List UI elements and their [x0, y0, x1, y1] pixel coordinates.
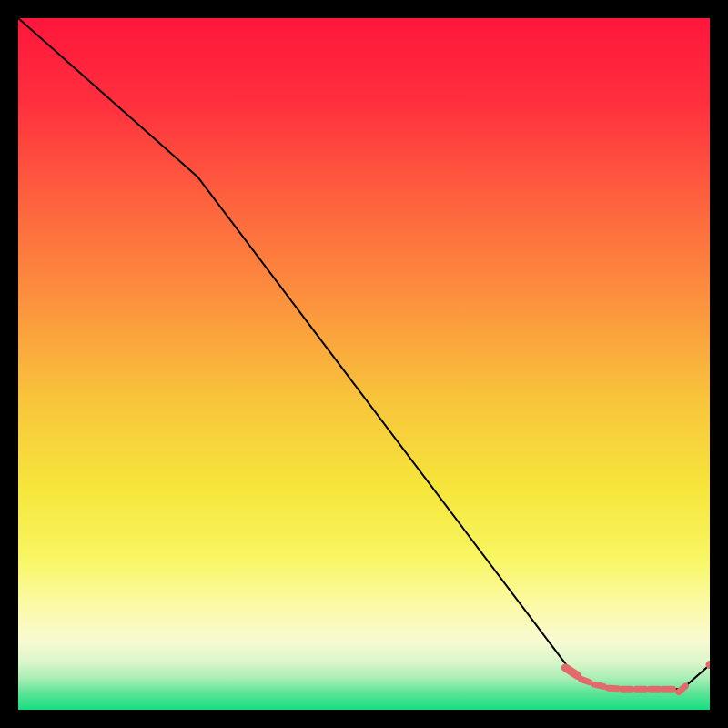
chart-marker — [595, 684, 604, 686]
gradient-background — [18, 18, 710, 710]
chart-frame: TheBottleneck.com — [18, 18, 710, 710]
chart-canvas — [18, 18, 710, 710]
chart-marker — [679, 686, 686, 693]
chart-marker — [581, 679, 590, 682]
chart-marker — [609, 688, 618, 689]
